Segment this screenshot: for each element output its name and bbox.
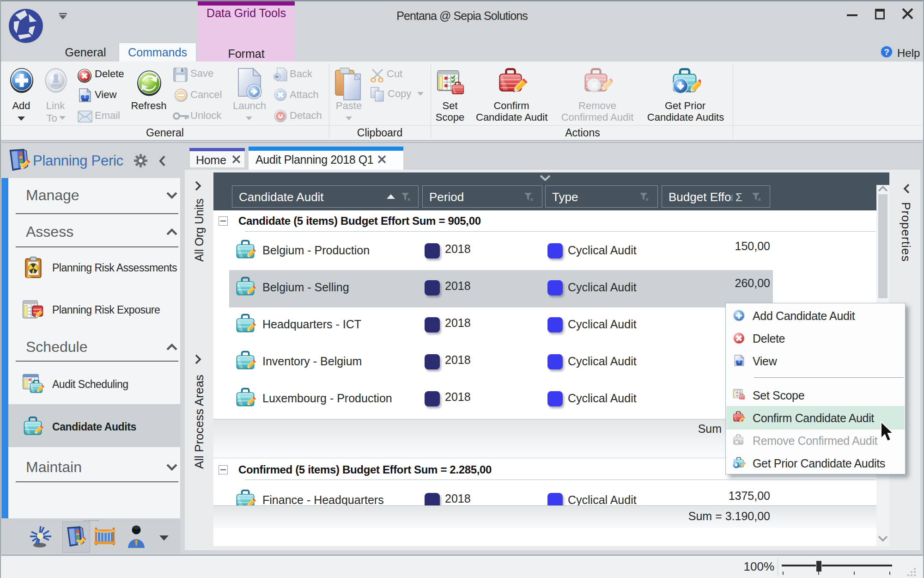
svg-text:?: ? [884,47,889,57]
